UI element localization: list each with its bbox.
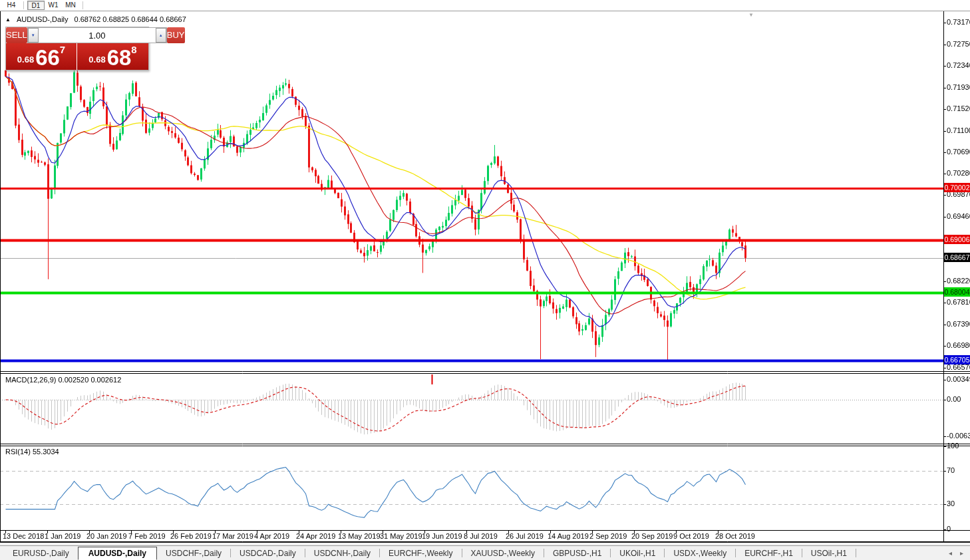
volume-up-button[interactable]: ▲ [156, 28, 166, 43]
sell-price-prefix: 0.68 [17, 55, 34, 65]
macd-axis-label: 0.00349 [947, 375, 970, 383]
sell-price-display[interactable]: 0.68 66 7 [6, 43, 77, 70]
tab-scroll-left-button[interactable]: ◂ [949, 549, 952, 557]
volume-input[interactable] [39, 28, 156, 43]
trade-panel: SELL ▼ ▲ BUY 0.68 66 7 0.68 68 8 [5, 27, 149, 70]
date-axis-label: 13 May 2019 [338, 532, 381, 540]
sell-button[interactable]: SELL [6, 27, 27, 43]
date-axis-label: 28 Oct 2019 [715, 532, 755, 540]
rsi-indicator-label: RSI(14) 55.3034 [5, 448, 59, 456]
macd-axis-label: -0.00637 [947, 432, 970, 440]
date-axis-label: 2 Sep 2019 [589, 532, 627, 540]
price-axis-label: 0.70280 [947, 169, 970, 177]
volume-down-button[interactable]: ▼ [28, 28, 39, 43]
date-axis-label: 7 Feb 2019 [128, 532, 166, 540]
chart-tab-usdchf-daily[interactable]: USDCHF-,Daily [157, 547, 230, 560]
price-axis-label: 0.72750 [947, 40, 970, 48]
timeframe-toolbar: H4D1W1MN [0, 0, 970, 11]
date-axis-label: 20 Sep 2019 [631, 532, 673, 540]
price-axis-label: 0.73170 [947, 18, 970, 26]
sell-price-big-digits: 66 [35, 48, 60, 67]
chart-symbol-header: ▲ AUDUSD-,Daily 0.68762 0.68825 0.68644 … [5, 15, 186, 23]
date-axis-label: 4 Apr 2019 [254, 532, 289, 540]
date-axis-label: 13 Dec 2018 [3, 532, 44, 540]
chart-tab-eurchf-weekly[interactable]: EURCHF-,Weekly [380, 547, 461, 560]
price-level-badge: 0.70002 [944, 183, 970, 192]
price-axis-label: 0.67810 [947, 298, 970, 306]
timeframe-button-w1[interactable]: W1 [45, 1, 62, 10]
trading-terminal-window: H4D1W1MN ▲ AUDUSD-,Daily 0.68762 0.68825… [0, 0, 970, 560]
date-axis-label: 1 Jan 2019 [45, 532, 81, 540]
buy-price-display[interactable]: 0.68 68 8 [77, 43, 148, 70]
date-axis-label: 26 Jul 2019 [506, 532, 544, 540]
price-level-badge: 0.69006 [944, 235, 970, 244]
buy-price-pip-digit: 8 [131, 44, 136, 55]
symbol-name: AUDUSD-,Daily [17, 15, 69, 23]
buy-button[interactable]: BUY [167, 27, 185, 43]
date-axis-label: 20 Jan 2019 [86, 532, 127, 540]
symbol-triangle-icon: ▲ [5, 16, 11, 23]
chart-shift-marker-icon[interactable]: ▼ [748, 12, 754, 18]
date-axis-label: 24 Apr 2019 [296, 532, 335, 540]
price-axis-label: 0.71520 [947, 104, 970, 112]
price-axis-label: 0.71100 [947, 126, 970, 134]
rsi-axis-label: 0 [947, 525, 951, 533]
price-axis-label: 0.70690 [947, 148, 970, 156]
sell-price-pip-digit: 7 [60, 44, 65, 55]
tab-scroll-right-button[interactable]: ▸ [960, 549, 963, 557]
timeframe-button-d1[interactable]: D1 [27, 1, 45, 10]
price-axis-label: 0.67390 [947, 320, 970, 328]
price-level-badge: 0.66705 [944, 355, 970, 364]
price-level-badge: 0.68004 [944, 287, 970, 297]
chart-tab-bar: EURUSD-,DailyAUDUSD-,DailyUSDCHF-,DailyU… [0, 545, 970, 560]
rsi-axis-label: 100 [947, 442, 959, 450]
rsi-axis-label: 30 [947, 499, 955, 507]
chart-tab-xauusd-weekly[interactable]: XAUUSD-,Weekly [462, 547, 544, 560]
toolbar-separator [82, 1, 83, 9]
toolbar-separator [23, 1, 24, 9]
symbol-ohlc-values: 0.68762 0.68825 0.68644 0.68667 [75, 15, 186, 23]
date-axis-label: 17 Mar 2019 [212, 532, 253, 540]
buy-price-prefix: 0.68 [88, 55, 105, 65]
price-axis-label: 0.72340 [947, 61, 970, 69]
current-price-badge: 0.68667 [944, 253, 970, 262]
date-axis-label: 14 Aug 2019 [548, 532, 589, 540]
price-chart-canvas[interactable] [0, 11, 970, 542]
chart-tab-usdcnh-daily[interactable]: USDCNH-,Daily [305, 547, 379, 560]
volume-stepper: ▼ ▲ [27, 27, 167, 43]
price-axis-label: 0.71930 [947, 83, 970, 91]
macd-indicator-label: MACD(12,26,9) 0.002520 0.002612 [5, 376, 121, 384]
chart-tab-ukoil-h1[interactable]: UKOil-,H1 [611, 547, 664, 560]
chart-tab-usoil-h1[interactable]: USOil-,H1 [802, 547, 856, 560]
date-axis-label: 19 Jun 2019 [422, 532, 462, 540]
date-axis-label: 9 Oct 2019 [673, 532, 709, 540]
price-axis-label: 0.66980 [947, 341, 970, 349]
timeframe-button-mn[interactable]: MN [62, 1, 79, 10]
date-axis-label: 8 Jul 2019 [464, 532, 498, 540]
price-axis-label: 0.69460 [947, 212, 970, 220]
chart-tab-eurchf-h1[interactable]: EURCHF-,H1 [736, 547, 802, 560]
chart-tab-gbpusd-h1[interactable]: GBPUSD-,H1 [544, 547, 610, 560]
chart-tab-usdx-weekly[interactable]: USDX-,Weekly [665, 547, 735, 560]
date-axis-label: 31 May 2019 [380, 532, 422, 540]
tab-separator [856, 549, 856, 557]
rsi-axis-label: 70 [947, 466, 955, 474]
macd-axis-label: 0.00 [947, 395, 961, 403]
price-axis-label: 0.68220 [947, 277, 970, 285]
timeframe-button-h4[interactable]: H4 [3, 1, 20, 10]
buy-price-big-digits: 68 [107, 48, 132, 67]
chart-tab-audusd-daily[interactable]: AUDUSD-,Daily [78, 547, 157, 560]
chart-tab-usdcad-daily[interactable]: USDCAD-,Daily [231, 547, 305, 560]
date-axis-label: 26 Feb 2019 [170, 532, 212, 540]
chart-tab-eurusd-daily[interactable]: EURUSD-,Daily [4, 547, 78, 560]
